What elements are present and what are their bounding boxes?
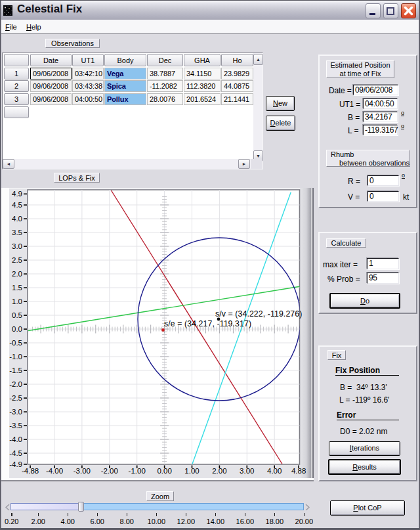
svg-text:-4.9: -4.9: [9, 460, 22, 468]
svg-text:3.0: 3.0: [12, 242, 22, 250]
svg-text:4.9: 4.9: [12, 190, 22, 198]
svg-text:-2.5: -2.5: [9, 394, 22, 402]
svg-text:4.0: 4.0: [12, 215, 22, 223]
svg-text:-2.0: -2.0: [9, 380, 22, 388]
svg-text:-0.5: -0.5: [9, 339, 22, 347]
svg-text:-3.5: -3.5: [9, 422, 22, 430]
svg-text:-4.5: -4.5: [9, 449, 22, 457]
svg-text:s/e = (34.217, -119.317): s/e = (34.217, -119.317): [164, 319, 251, 328]
svg-text:-1.5: -1.5: [9, 366, 22, 374]
svg-text:-3.0: -3.0: [9, 408, 22, 416]
svg-text:2.5: 2.5: [12, 256, 22, 264]
svg-text:-4.0: -4.0: [9, 435, 22, 443]
svg-text:1.5: 1.5: [12, 284, 22, 292]
svg-text:s/v = (34.222, -119.276): s/v = (34.222, -119.276): [215, 309, 302, 319]
svg-text:1.0: 1.0: [12, 298, 22, 305]
svg-text:-1.0: -1.0: [9, 353, 22, 361]
svg-text:3.5: 3.5: [12, 229, 22, 236]
svg-text:4.5: 4.5: [12, 201, 22, 209]
svg-text:0.0: 0.0: [12, 325, 22, 333]
svg-text:0.5: 0.5: [12, 311, 22, 319]
svg-text:2.0: 2.0: [12, 270, 22, 278]
